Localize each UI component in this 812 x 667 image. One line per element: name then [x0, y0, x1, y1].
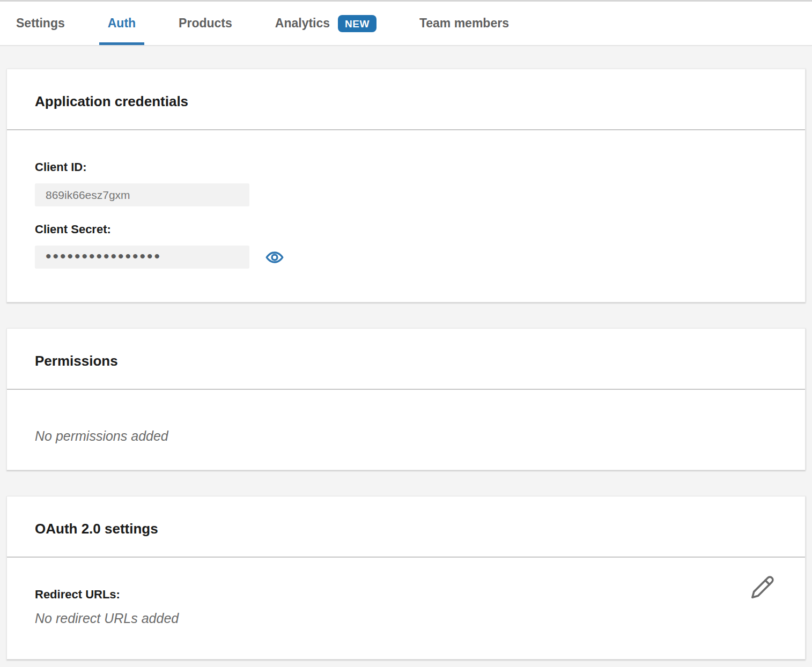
app-tab-bar: Settings Auth Products Analytics NEW Tea…	[0, 2, 812, 46]
oauth-settings-card: OAuth 2.0 settings Redirect URLs: No red…	[6, 496, 806, 659]
client-id-label: Client ID:	[35, 160, 777, 174]
tab-label: Auth	[108, 16, 136, 31]
tab-products[interactable]: Products	[179, 2, 232, 45]
credentials-body: Client ID: 869ik66esz7gxm Client Secret:…	[7, 130, 805, 302]
card-title: Application credentials	[35, 93, 777, 109]
no-redirect-urls-text: No redirect URLs added	[35, 611, 179, 626]
eye-icon	[265, 248, 284, 266]
card-header: Application credentials	[7, 69, 805, 130]
client-id-value: 869ik66esz7gxm	[46, 189, 130, 202]
tab-team-members[interactable]: Team members	[419, 2, 509, 45]
client-secret-label: Client Secret:	[35, 223, 777, 236]
client-id-field[interactable]: 869ik66esz7gxm	[35, 183, 249, 206]
card-title: OAuth 2.0 settings	[35, 521, 777, 537]
client-secret-field[interactable]: ••••••••••••••••	[35, 246, 249, 269]
redirect-urls-label: Redirect URLs:	[35, 588, 777, 602]
tab-settings[interactable]: Settings	[16, 2, 65, 45]
reveal-secret-button[interactable]	[265, 248, 284, 266]
oauth-body: Redirect URLs: No redirect URLs added	[7, 558, 805, 659]
tab-label: Analytics	[275, 16, 330, 31]
pencil-icon	[750, 575, 775, 599]
no-permissions-text: No permissions added	[35, 428, 168, 443]
tab-analytics[interactable]: Analytics NEW	[275, 2, 377, 45]
client-secret-masked-value: ••••••••••••••••	[46, 248, 161, 264]
tab-label: Products	[179, 16, 232, 31]
tab-label: Settings	[16, 16, 65, 31]
application-credentials-card: Application credentials Client ID: 869ik…	[6, 69, 806, 302]
card-header: OAuth 2.0 settings	[7, 496, 805, 558]
permissions-card: Permissions No permissions added	[6, 328, 806, 470]
card-header: Permissions	[7, 329, 805, 390]
permissions-body: No permissions added	[7, 390, 805, 470]
client-secret-row: ••••••••••••••••	[35, 246, 777, 269]
new-badge: NEW	[338, 15, 377, 32]
edit-redirect-urls-button[interactable]	[750, 575, 775, 599]
card-title: Permissions	[35, 353, 777, 369]
tab-auth[interactable]: Auth	[108, 2, 136, 45]
tab-label: Team members	[419, 16, 509, 31]
